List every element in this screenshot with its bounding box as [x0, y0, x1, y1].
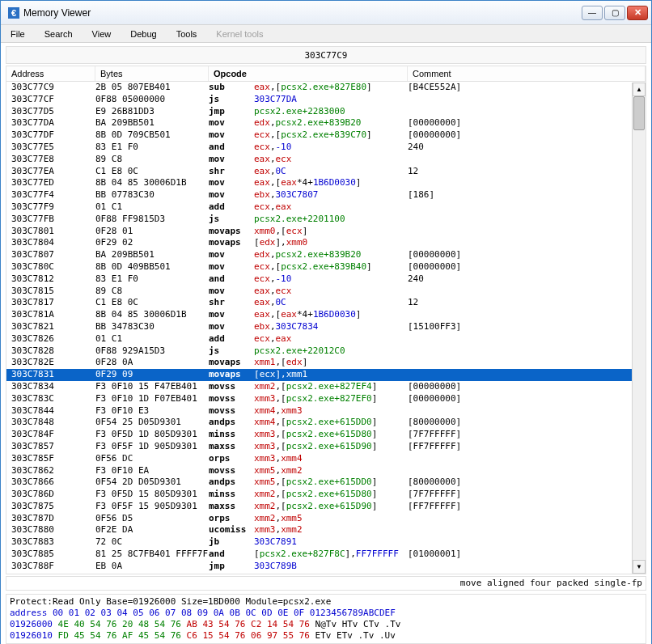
disasm-row[interactable]: 303C77D5E9 26B81DD3jmppcsx2.exe+2283000	[6, 106, 646, 118]
col-opcode[interactable]: Opcode	[209, 66, 408, 81]
col-comment[interactable]: Comment	[408, 66, 646, 81]
scroll-thumb[interactable]	[633, 96, 645, 130]
disasm-row[interactable]: 303C78280F88 929A15D3jspcsx2.exe+22012C0	[6, 345, 646, 358]
scroll-up-button[interactable]: ▲	[633, 83, 646, 96]
disasm-row[interactable]: 303C783CF3 0F10 1D F07EB401movssxmm3,[pc…	[6, 393, 646, 405]
close-button[interactable]: ✕	[627, 6, 648, 20]
hex-info: Protect:Read Only Base=01926000 Size=1BD…	[10, 596, 642, 608]
disasm-row[interactable]: 303C7807BA 209BB501movedx,pcsx2.exe+839B…	[6, 249, 646, 261]
hex-header: address 00 01 02 03 04 05 06 07 08 09 0A…	[10, 608, 642, 619]
disasm-row[interactable]: 303C78310F29 09movaps[ecx],xmm1	[6, 369, 646, 381]
window-title: Memory Viewer	[23, 7, 582, 19]
disasm-row[interactable]: 303C77E583 E1 F0andecx,-10240	[6, 142, 646, 154]
disasm-row[interactable]: 303C77F901 C1addecx,eax	[6, 201, 646, 214]
titlebar[interactable]: € Memory Viewer — ▢ ✕	[1, 1, 651, 25]
rows-container[interactable]: 303C77C92B 05 807EB401subeax,[pcsx2.exe+…	[6, 82, 646, 574]
disasm-row[interactable]: 303C788372 0Cjb303C7891	[6, 536, 646, 549]
app-icon: €	[7, 6, 20, 19]
disasm-row[interactable]: 303C7817C1 E8 0Cshreax,0C12	[6, 297, 646, 309]
disasm-row[interactable]: 303C787D0F56 D5orpsxmm2,xmm5	[6, 513, 646, 525]
hex-row: 01926000 4E 40 54 76 20 48 54 76 AB 43 5…	[10, 619, 642, 630]
disasm-row[interactable]: 303C7875F3 0F5F 15 905D9301maxssxmm2,[pc…	[6, 501, 646, 513]
status-bar: move aligned four packed single-fp	[6, 576, 646, 591]
disasm-row[interactable]: 303C784FF3 0F5D 1D 805D9301minssxmm3,[pc…	[6, 429, 646, 441]
disassembly-list: Address Bytes Opcode Comment 303C77C92B …	[6, 66, 646, 574]
hex-view[interactable]: Protect:Read Only Base=01926000 Size=1BD…	[6, 594, 646, 644]
disasm-row[interactable]: 303C7821BB 34783C30movebx,303C7834[15100…	[6, 321, 646, 333]
disasm-row[interactable]: 303C781283 E1 F0andecx,-10240	[6, 273, 646, 286]
disasm-row[interactable]: 303C78040F29 02movaps[edx],xmm0	[6, 237, 646, 249]
disasm-row[interactable]: 303C78480F54 25 D05D9301andpsxmm4,[pcsx2…	[6, 417, 646, 429]
disasm-row[interactable]: 303C7844F3 0F10 E3movssxmm4,xmm3	[6, 405, 646, 417]
menu-file[interactable]: File	[6, 28, 30, 40]
list-header: Address Bytes Opcode Comment	[6, 66, 646, 82]
disasm-row[interactable]: 303C781A8B 04 85 30006D1Bmoveax,[eax*4+1…	[6, 309, 646, 321]
disasm-row[interactable]: 303C77EAC1 E8 0Cshreax,0C12	[6, 166, 646, 178]
disasm-row[interactable]: 303C782E0F28 0Amovapsxmm1,[edx]	[6, 357, 646, 369]
disasm-row[interactable]: 303C788581 25 8C7FB401 FFFF7FFFand[pcsx2…	[6, 549, 646, 561]
menu-search[interactable]: Search	[40, 28, 78, 40]
scroll-down-button[interactable]: ▼	[633, 560, 646, 574]
disasm-row[interactable]: 303C77DABA 209BB501movedx,pcsx2.exe+839B…	[6, 117, 646, 129]
disasm-row[interactable]: 303C77ED8B 04 85 30006D1Bmoveax,[eax*4+1…	[6, 177, 646, 189]
disasm-row[interactable]: 303C77CF0F88 05000000js303C77DA	[6, 94, 646, 106]
disasm-row[interactable]: 303C782601 C1addecx,eax	[6, 333, 646, 345]
col-address[interactable]: Address	[6, 66, 95, 81]
disasm-row[interactable]: 303C7862F3 0F10 EAmovssxmm5,xmm2	[6, 465, 646, 477]
disasm-row[interactable]: 303C77FB0F88 FF9815D3jspcsx2.exe+2201100	[6, 214, 646, 226]
address-value: 303C77C9	[6, 50, 646, 61]
disasm-row[interactable]: 303C789181 0D 8C7FB401 00008000or[pcsx2.…	[6, 573, 646, 574]
col-bytes[interactable]: Bytes	[95, 66, 209, 81]
disasm-row[interactable]: 303C78010F28 01movapsxmm0,[ecx]	[6, 226, 646, 238]
svg-text:€: €	[11, 8, 16, 18]
disasm-row[interactable]: 303C781589 C8moveax,ecx	[6, 286, 646, 298]
menu-kernel-tools[interactable]: Kernel tools	[211, 28, 268, 40]
disasm-row[interactable]: 303C78660F54 2D D05D9301andpsxmm5,[pcsx2…	[6, 477, 646, 489]
disasm-row[interactable]: 303C785F0F56 DCorpsxmm3,xmm4	[6, 453, 646, 465]
disasm-row[interactable]: 303C77C92B 05 807EB401subeax,[pcsx2.exe+…	[6, 82, 646, 94]
hex-row: 01926010 FD 45 54 76 AF 45 54 76 C6 15 5…	[10, 630, 642, 642]
menu-debug[interactable]: Debug	[125, 28, 161, 40]
disasm-row[interactable]: 303C77DF8B 0D 709CB501movecx,[pcsx2.exe+…	[6, 129, 646, 142]
disasm-row[interactable]: 303C786DF3 0F5D 15 805D9301minssxmm2,[pc…	[6, 489, 646, 501]
maximize-button[interactable]: ▢	[604, 6, 625, 20]
disasm-row[interactable]: 303C788FEB 0Ajmp303C789B	[6, 561, 646, 573]
disasm-row[interactable]: 303C7857F3 0F5F 1D 905D9301maxssxmm3,[pc…	[6, 441, 646, 453]
menubar: File Search View Debug Tools Kernel tool…	[1, 25, 651, 43]
disasm-row[interactable]: 303C77E889 C8moveax,ecx	[6, 154, 646, 166]
disasm-row[interactable]: 303C780C8B 0D 409BB501movecx,[pcsx2.exe+…	[6, 261, 646, 273]
scrollbar[interactable]: ▲ ▼	[632, 83, 646, 574]
disasm-row[interactable]: 303C7834F3 0F10 15 F47EB401movssxmm2,[pc…	[6, 381, 646, 393]
disasm-row[interactable]: 303C77F4BB 07783C30movebx,303C7807[186]	[6, 189, 646, 201]
address-bar[interactable]: 303C77C9	[6, 46, 646, 64]
disasm-row[interactable]: 303C78800F2E DAucomissxmm3,xmm2	[6, 524, 646, 536]
memory-viewer-window: € Memory Viewer — ▢ ✕ File Search View D…	[0, 0, 652, 644]
minimize-button[interactable]: —	[582, 6, 603, 20]
menu-view[interactable]: View	[87, 28, 116, 40]
menu-tools[interactable]: Tools	[171, 28, 202, 40]
